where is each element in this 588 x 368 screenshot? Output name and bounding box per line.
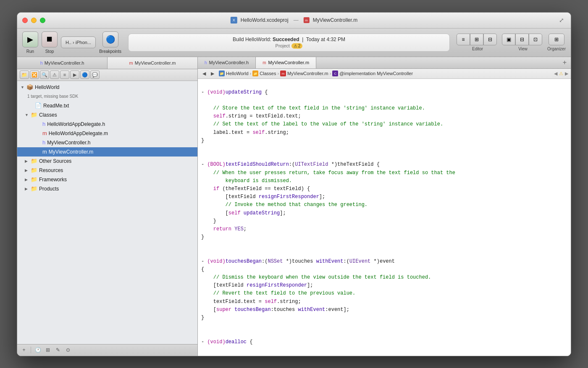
window-title: X HelloWorld.xcodeproj — m MyViewControl…	[231, 17, 357, 23]
classes-folder-name: Classes	[39, 112, 57, 118]
h-tab-label: MyViewController.h	[209, 60, 249, 65]
related-files-button[interactable]: ⊞	[44, 346, 52, 354]
readme-filename: ReadMe.txt	[43, 103, 69, 109]
expand-arrow-root: ▼	[21, 85, 26, 89]
test-nav-btn[interactable]: ≡	[60, 70, 69, 79]
breakpoints-button[interactable]: 🔵 Breakpoints	[99, 31, 121, 54]
scheme-name: H.. › iPhon...	[61, 37, 95, 48]
tree-project-root[interactable]: ▼ 📦 HelloWorld	[17, 83, 197, 92]
tree-item-classes[interactable]: ▼ 📁 Classes	[17, 110, 197, 120]
expand-arrow-products: ▶	[25, 187, 31, 191]
traffic-lights	[22, 18, 45, 23]
breadcrumb-back-button[interactable]: ◀	[200, 70, 208, 77]
view-controls-group: ▣ ⊟ ⊡ View	[502, 34, 544, 51]
code-line-28: [super touchesBegan:touches withEvent:ev…	[201, 307, 349, 313]
expand-arrow-resources: ▶	[25, 168, 31, 172]
close-button[interactable]	[22, 18, 28, 23]
code-line-14: [textField resignFirstResponder];	[201, 194, 325, 200]
folder-icon-other: 📁	[31, 158, 37, 164]
editor-tabs: h MyViewController.h m MyViewController.…	[198, 57, 571, 69]
tree-item-delegate-h[interactable]: h HelloWorldAppDelegate.h	[17, 120, 197, 129]
editor-controls-group: ≡ ⊞ ⊟ Editor	[457, 34, 499, 51]
scheme-selector[interactable]: H.. › iPhon...	[61, 37, 96, 48]
file-tree: ▼ 📦 HelloWorld 1 target, missing base SD…	[17, 81, 197, 344]
run-label: Run	[26, 49, 34, 54]
log-nav-btn[interactable]: 💬	[90, 70, 100, 79]
tree-item-other-sources[interactable]: ▶ 📁 Other Sources	[17, 157, 197, 166]
breadcrumb-class[interactable]: @implementation MyViewController	[339, 71, 413, 76]
code-line-16: [self updateString];	[201, 210, 286, 216]
recent-files-button[interactable]: 🕐	[34, 346, 42, 354]
stop-label: Stop	[45, 49, 54, 54]
folder-icon-products: 📁	[31, 185, 37, 192]
expand-icon[interactable]: ⤢	[559, 17, 566, 23]
tree-item-products[interactable]: ▶ 📁 Products	[17, 184, 197, 193]
minimize-button[interactable]	[31, 18, 37, 23]
debug-toggle-button[interactable]: ⊟	[515, 34, 529, 45]
code-line-6: label.text = self.string;	[201, 130, 289, 136]
stop-button[interactable]: ⏹ Stop	[42, 31, 58, 54]
tab-viewcontroller-m[interactable]: m MyViewController.m	[108, 57, 197, 69]
code-line-32: - (void)dealloc {	[201, 339, 252, 345]
code-line-5: // Set the text of the label to the valu…	[201, 121, 443, 127]
code-line-27: textField.text = self.string;	[201, 299, 301, 305]
code-editor[interactable]: - (void)updateString { // Store the text…	[198, 79, 571, 356]
utilities-toggle-button[interactable]: ⊡	[529, 34, 542, 45]
breadcrumb-forward-button[interactable]: ▶	[209, 70, 216, 77]
organizer-button[interactable]: ⊞	[549, 34, 564, 45]
code-line-11: // When the user presses return, take fo…	[201, 170, 455, 176]
tab-viewcontroller-h[interactable]: h MyViewController.h	[17, 57, 108, 69]
tree-item-viewcontroller-m[interactable]: m MyViewController.m	[17, 147, 197, 157]
navigator-toggle-button[interactable]: ▣	[502, 34, 515, 45]
build-project-line: Project ⚠ 2	[276, 43, 303, 49]
delegate-m-filename: HelloWorldAppDelegate.m	[49, 130, 108, 136]
assistant-editor-button[interactable]: ⊞	[470, 34, 483, 45]
folder-nav-btn[interactable]: 📁	[20, 70, 29, 79]
h-tab-icon: h	[205, 60, 207, 65]
breakpoint-nav-btn[interactable]: 🔵	[80, 70, 89, 79]
code-line-3: // Store the text of the text field in t…	[201, 105, 425, 111]
run-button[interactable]: ▶ Run	[22, 31, 38, 54]
breadcrumb-file-icon: m	[280, 70, 286, 76]
project-filename: HelloWorld.xcodeproj	[241, 17, 289, 23]
navigator-toolbar: 📁 🔀 🔍 ⚠ ≡ ▶ 🔵 💬	[17, 69, 197, 81]
editor-breadcrumb: ◀ ▶ 📁 HelloWorld › 📁 Classes › m MyViewC…	[198, 69, 571, 79]
main-window: X HelloWorld.xcodeproj — m MyViewControl…	[17, 12, 571, 356]
breadcrumb-classes[interactable]: Classes	[260, 71, 276, 76]
organizer-group: ⊞ Organizer	[547, 34, 566, 51]
breadcrumb-class-icon: C	[332, 70, 338, 76]
version-editor-button[interactable]: ⊟	[483, 34, 497, 45]
git-nav-btn[interactable]: 🔀	[30, 70, 39, 79]
breadcrumb-sep-3: ›	[330, 71, 331, 76]
breadcrumb-helloworld[interactable]: HelloWorld	[226, 71, 249, 76]
tree-item-viewcontroller-h[interactable]: h MyViewController.h	[17, 138, 197, 147]
breadcrumb-file[interactable]: MyViewController.m	[287, 71, 328, 76]
tree-item-frameworks[interactable]: ▶ 📁 Frameworks	[17, 175, 197, 184]
editor-tab-m[interactable]: m MyViewController.m	[256, 57, 316, 68]
breadcrumb-warning-icon[interactable]: ◀	[554, 71, 557, 76]
delegate-h-filename: HelloWorldAppDelegate.h	[47, 121, 105, 127]
add-file-button[interactable]: +	[20, 346, 28, 354]
toolbar-divider	[31, 347, 31, 353]
warning-nav-btn[interactable]: ⚠	[50, 70, 59, 79]
code-line-19: }	[201, 234, 204, 240]
project-label: Project	[276, 43, 290, 48]
code-line-29: }	[201, 315, 204, 321]
project-icon: X	[231, 17, 237, 23]
tree-item-readme[interactable]: 📄 ReadMe.txt	[17, 101, 197, 110]
h-icon-delegate: h	[42, 121, 45, 127]
breadcrumb-sep-2: ›	[277, 71, 279, 76]
filter-button[interactable]: ⊙	[64, 346, 72, 354]
tree-item-resources[interactable]: ▶ 📁 Resources	[17, 166, 197, 175]
debug-nav-btn[interactable]: ▶	[70, 70, 79, 79]
add-tab-button[interactable]: +	[559, 57, 571, 68]
tree-item-delegate-m[interactable]: m HelloWorldAppDelegate.m	[17, 129, 197, 138]
editor-tab-h[interactable]: h MyViewController.h	[198, 57, 256, 68]
quick-look-button[interactable]: ✎	[54, 346, 62, 354]
search-nav-btn[interactable]: 🔍	[40, 70, 49, 79]
expand-arrow-classes: ▼	[25, 113, 31, 117]
breadcrumb-next-icon[interactable]: ▶	[565, 71, 568, 76]
code-line-10: - (BOOL)textFieldShouldReturn:(UITextFie…	[201, 162, 380, 167]
standard-editor-button[interactable]: ≡	[457, 34, 470, 45]
fullscreen-button[interactable]	[40, 18, 45, 23]
